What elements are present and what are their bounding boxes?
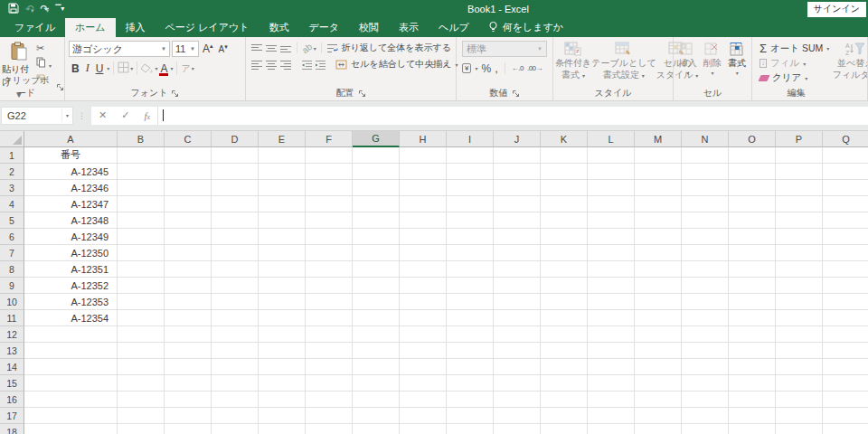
cell-F14[interactable] [306, 359, 353, 375]
cell-L18[interactable] [588, 424, 635, 434]
clipboard-dialog-launcher-icon[interactable] [56, 83, 64, 91]
cell-O12[interactable] [729, 326, 776, 343]
cell-L14[interactable] [588, 359, 635, 375]
cell-L15[interactable] [588, 375, 635, 392]
cell-N18[interactable] [682, 424, 729, 434]
cell-A8[interactable]: A-12351 [24, 261, 118, 278]
cell-G6[interactable] [353, 229, 400, 245]
insert-function-icon[interactable]: fx [137, 108, 157, 123]
cell-M3[interactable] [635, 180, 682, 196]
delete-cells-button[interactable]: 削除▾ [700, 40, 724, 88]
cell-P6[interactable] [776, 229, 823, 245]
cell-D12[interactable] [212, 326, 259, 343]
cell-N2[interactable] [682, 164, 729, 180]
column-header-F[interactable]: F [306, 131, 353, 147]
cell-P16[interactable] [776, 392, 823, 408]
cell-J15[interactable] [494, 375, 541, 392]
cell-B16[interactable] [118, 392, 165, 408]
row-header-14[interactable]: 14 [0, 359, 24, 375]
column-header-A[interactable]: A [24, 131, 118, 147]
cell-C9[interactable] [165, 278, 212, 294]
cell-O15[interactable] [729, 375, 776, 392]
tell-me-box[interactable]: 何をしますか [479, 18, 572, 37]
cell-P11[interactable] [776, 310, 823, 326]
cell-J12[interactable] [494, 326, 541, 343]
cell-B13[interactable] [118, 343, 165, 359]
cancel-formula-icon[interactable]: ✕ [91, 108, 114, 123]
cell-E10[interactable] [259, 294, 306, 310]
formula-input[interactable] [158, 107, 868, 125]
cell-I18[interactable] [447, 424, 494, 434]
cell-C14[interactable] [165, 359, 212, 375]
cell-K4[interactable] [541, 196, 588, 212]
cell-B17[interactable] [118, 408, 165, 424]
cell-H15[interactable] [400, 375, 447, 392]
cell-O3[interactable] [729, 180, 776, 196]
cell-K9[interactable] [541, 278, 588, 294]
cell-Q10[interactable] [823, 294, 868, 310]
row-header-12[interactable]: 12 [0, 326, 24, 343]
cell-M1[interactable] [635, 147, 682, 164]
cell-D11[interactable] [212, 310, 259, 326]
cell-O11[interactable] [729, 310, 776, 326]
cell-L4[interactable] [588, 196, 635, 212]
cell-C2[interactable] [165, 164, 212, 180]
cell-B11[interactable] [118, 310, 165, 326]
cell-H7[interactable] [400, 245, 447, 261]
column-header-G[interactable]: G [353, 131, 400, 147]
cell-J7[interactable] [494, 245, 541, 261]
cell-P18[interactable] [776, 424, 823, 434]
cell-N13[interactable] [682, 343, 729, 359]
font-size-select[interactable]: 11▼ [172, 41, 199, 57]
borders-icon[interactable] [118, 61, 129, 75]
cell-O4[interactable] [729, 196, 776, 212]
cell-E16[interactable] [259, 392, 306, 408]
column-header-P[interactable]: P [776, 131, 823, 147]
customize-qat-icon[interactable]: ▔▾ [55, 5, 64, 13]
cell-G7[interactable] [353, 245, 400, 261]
cell-J18[interactable] [494, 424, 541, 434]
cell-E12[interactable] [259, 326, 306, 343]
align-top-icon[interactable] [250, 43, 263, 53]
cell-K8[interactable] [541, 261, 588, 278]
cell-D8[interactable] [212, 261, 259, 278]
align-center-icon[interactable] [265, 60, 278, 70]
cell-L6[interactable] [588, 229, 635, 245]
cell-K16[interactable] [541, 392, 588, 408]
cell-K14[interactable] [541, 359, 588, 375]
cell-Q11[interactable] [823, 310, 868, 326]
cell-D1[interactable] [212, 147, 259, 164]
cell-D6[interactable] [212, 229, 259, 245]
cell-H12[interactable] [400, 326, 447, 343]
cell-H14[interactable] [400, 359, 447, 375]
name-box[interactable]: G22 ▾ [1, 107, 73, 125]
cut-icon[interactable]: ✂ [36, 43, 52, 53]
cell-G11[interactable] [353, 310, 400, 326]
cell-F5[interactable] [306, 212, 353, 229]
cell-N17[interactable] [682, 408, 729, 424]
cell-G4[interactable] [353, 196, 400, 212]
cell-M6[interactable] [635, 229, 682, 245]
cell-M12[interactable] [635, 326, 682, 343]
cell-M9[interactable] [635, 278, 682, 294]
redo-icon[interactable]: ↷▾ [41, 4, 50, 14]
tab-help[interactable]: ヘルプ [429, 18, 479, 37]
cell-A16[interactable] [24, 392, 118, 408]
cell-M11[interactable] [635, 310, 682, 326]
cell-P10[interactable] [776, 294, 823, 310]
column-header-K[interactable]: K [541, 131, 588, 147]
cell-K10[interactable] [541, 294, 588, 310]
cell-F9[interactable] [306, 278, 353, 294]
decrease-indent-icon[interactable] [301, 60, 313, 70]
cell-G12[interactable] [353, 326, 400, 343]
cell-E13[interactable] [259, 343, 306, 359]
cell-J6[interactable] [494, 229, 541, 245]
cell-K7[interactable] [541, 245, 588, 261]
cell-A1[interactable]: 番号 [24, 147, 118, 164]
column-header-O[interactable]: O [729, 131, 776, 147]
cell-B8[interactable] [118, 261, 165, 278]
cell-G5[interactable] [353, 212, 400, 229]
cell-P2[interactable] [776, 164, 823, 180]
cell-I12[interactable] [447, 326, 494, 343]
cell-C8[interactable] [165, 261, 212, 278]
